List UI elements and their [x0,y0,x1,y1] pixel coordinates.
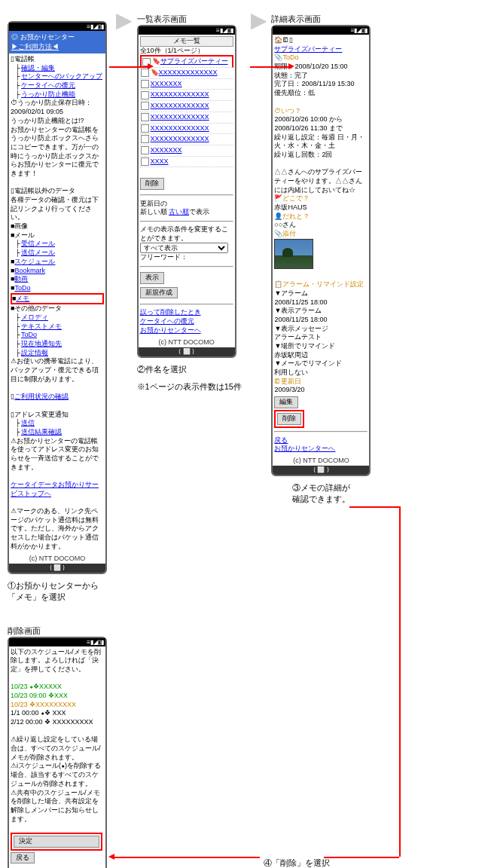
delete-button[interactable]: 削除 [140,178,164,190]
freeword-label: フリーワード： [140,253,233,262]
sort-label: 更新日の新しい順 古い順で表示 [140,200,233,217]
sort-old-link[interactable]: 古い順 [169,208,189,215]
link-settings[interactable]: 設定情報 [21,349,48,356]
arrow-line [349,506,399,508]
caption-2: ②件名を選択 [137,364,242,375]
link-send-addr[interactable]: 送信 [21,419,35,426]
link-backup-center[interactable]: センターへのバックアップ [21,72,102,80]
link-todo2[interactable]: ToDo [21,331,37,338]
where-label: 🚩どこで？ [274,194,368,203]
link-send-result[interactable]: 送信結果確認 [21,428,62,436]
alarm5-val: 利用しない [274,368,368,377]
restore-note: ⚠お使いの携帯電話により、バックアップ・復元できる項目に制限があります。 [11,357,104,384]
note-share: ⚠共有中のスケジュール/メモを削除した場合、共有設定を解除しメンバーにお知らせし… [11,789,104,824]
link-deleted-mistake[interactable]: 誤って削除したとき [140,308,201,316]
link-recv-mail[interactable]: 受信メール [21,240,55,247]
checkbox-icon[interactable] [141,124,149,133]
link-restore[interactable]: ケータイへの復元 [140,317,194,325]
delete-button[interactable]: 削除 [277,413,301,425]
link-textmemo[interactable]: テキストメモ [21,322,62,330]
memo-item[interactable]: XXXXXXX [140,79,233,90]
link-memo[interactable]: メモ [16,295,29,302]
back-button[interactable]: 戻る [11,852,35,864]
checkbox-icon[interactable] [141,135,149,143]
back-link[interactable]: 戻る [274,436,288,444]
alarm4-loc: 赤坂駅周辺 [274,351,368,360]
memo-item[interactable]: 🔖XXXXXXXXXXXXX [140,68,233,79]
alarm4-label: ▼場所でリマインド [274,342,368,351]
alarm2-time: 2008/11/25 18:00 [274,316,368,325]
memo-item[interactable]: XXXXXXXXXXXXX [140,112,233,124]
del-row: 1/1 00:00 ⬥❖ XXX [11,709,104,718]
link-location[interactable]: 現在地通知先 [21,340,62,347]
photo-thumbnail[interactable] [274,239,313,269]
checkbox-icon[interactable] [141,102,149,110]
nav-arrow-icon: ▶ [116,8,133,32]
copyright: (c) NTT DOCOMO [9,553,105,564]
link-confirm-edit[interactable]: 確認・編集 [21,64,55,72]
priority: 優先順位：低 [274,89,368,98]
ok-button[interactable]: 決定 [14,836,99,848]
update-date: 2009/3/20 [274,386,368,395]
link-usage-status[interactable]: ご利用状況の確認 [14,393,69,400]
memo-item[interactable]: XXXXXXXXXXXXX [140,124,233,135]
memo-item[interactable]: XXXXXXX [140,145,233,157]
link-todo[interactable]: ToDo [14,284,30,292]
link-melody[interactable]: メロディ [21,313,48,321]
other-desc: 各種データの確認・復元は下記リンクより行ってください。 [11,196,104,222]
section-other-data: ▯電話帳以外のデータ [11,187,104,196]
confirm-msg: 以下のスケジュール/メモを削除します。よろしければ「決定」を押してください。 [11,648,104,674]
checkbox-icon[interactable] [141,157,149,166]
alarm1-time: 2008/11/25 18:00 [274,298,368,307]
when-to: 2008/10/26 11:30 まで [274,124,368,133]
memo-item[interactable]: XXXXXXXXXXXXX [140,90,233,101]
link-schedule[interactable]: スケジュール [14,258,55,265]
arrow-head-icon [288,63,294,69]
checkbox-icon[interactable] [141,91,149,99]
arrow-line [113,857,260,858]
link-bookmark[interactable]: Bookmark [14,267,45,274]
show-button[interactable]: 表示 [140,272,164,284]
arrow-line [250,66,289,68]
link-send-mail[interactable]: 送信メール [21,249,55,256]
center-link[interactable]: お預かりセンターへ [274,445,335,452]
filter-select[interactable]: すべて表示 [140,243,229,253]
alarm5-label: ▼メールでリマインド [274,359,368,368]
arrow-head-icon [108,854,114,860]
link-ukkari[interactable]: うっかり防止機能 [21,90,75,98]
usage-link[interactable]: ▶ご利用方法◀ [11,43,59,50]
content-area: ▯電話帳 確認・編集 センターへのバックアップ ケータイへの復元 うっかり防止機… [9,53,105,553]
memo-title-link[interactable]: サプライズパーティー [274,45,342,53]
status: 状態：完了 [274,72,368,81]
link-center[interactable]: お預かりセンターへ [140,326,201,334]
phone-footer: ⟨ ⬜ ⟩ [9,564,105,573]
step4-label: ④「削除」を選択 [264,857,330,869]
checkbox-icon[interactable] [141,113,149,121]
new-button[interactable]: 新規作成 [140,287,178,299]
checkbox-icon[interactable] [141,146,149,154]
when-label: ⏱いつ？ [274,107,368,116]
item-other: ■その他のデータ [11,304,104,313]
status-bar: ≡▮◢▯▮ [273,26,369,35]
ukkari-time-label: ⏱うっかり防止保存日時： [11,99,104,108]
status-bar: ≡▮◢▯▮ [139,26,235,35]
checkbox-icon[interactable] [141,80,149,88]
checkbox-icon[interactable] [141,69,149,77]
memo-item[interactable]: XXXXXXXXXXXXX [140,101,233,112]
memo-item[interactable]: XXXX [140,157,233,168]
del-row: 10/23 09:00 ❖XXX [11,692,104,701]
todo-label: 📎ToDo [274,53,368,63]
memo-item[interactable]: XXXXXXXXXXXXX [140,134,233,145]
caption-3: ③メモの詳細が 確認できます。 [271,482,371,505]
link-ketai-data-top[interactable]: ケータイデータお預かりサービストップへ [11,481,99,497]
header-detail: 詳細表示画面 [271,14,371,25]
arrow-line [109,66,148,68]
arrow-head-icon [148,63,154,69]
link-restore-ketai[interactable]: ケータイへの復元 [21,81,75,89]
link-movie[interactable]: 動画 [14,275,28,283]
memo-item-highlight[interactable]: 🔖サプライズパーティー [140,55,233,68]
edit-button[interactable]: 編集 [274,396,298,408]
ukkari-desc: うっかり防止機能とは!? お預かりセンターの電話帳をうっかり防止ボックスへさらに… [11,117,104,179]
copyright: (c) NTT DOCOMO [139,337,235,347]
delete-highlight: 削除 [274,410,304,428]
